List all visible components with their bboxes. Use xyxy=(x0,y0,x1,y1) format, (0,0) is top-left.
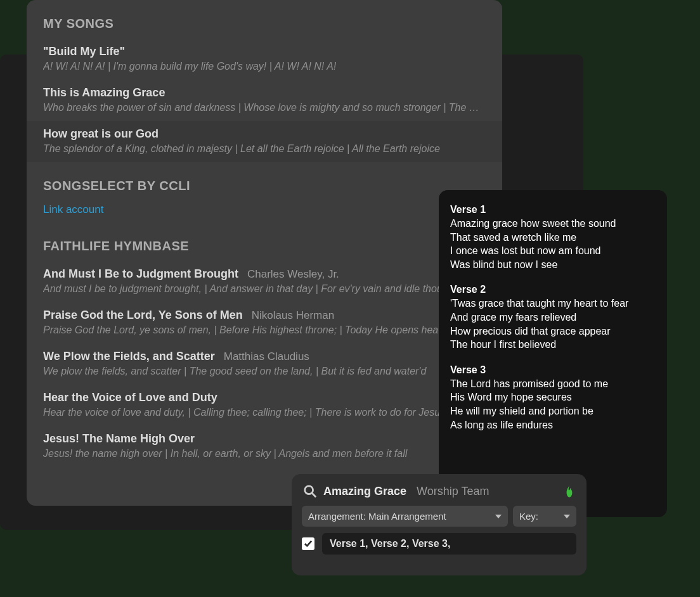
arrangement-dropdown[interactable]: Arrangement: Main Arrangement xyxy=(302,506,508,527)
song-title: How great is our God xyxy=(43,127,159,141)
song-snippet: Hear the voice of love and duty, | Calli… xyxy=(43,407,486,418)
verse-line: 'Twas grace that taught my heart to fear xyxy=(450,297,656,311)
lyrics-panel: Verse 1 Amazing grace how sweet the soun… xyxy=(439,190,667,517)
verse-line: How precious did that grace appear xyxy=(450,324,656,338)
verse-checkbox[interactable] xyxy=(302,537,314,550)
verse-line: Amazing grace how sweet the sound xyxy=(450,217,656,231)
verse-heading: Verse 2 xyxy=(450,284,656,295)
verse-select-row: Verse 1, Verse 2, Verse 3, xyxy=(299,533,579,555)
song-title: We Plow the Fields, and Scatter xyxy=(43,350,215,363)
verse-block: Verse 1 Amazing grace how sweet the soun… xyxy=(450,204,656,271)
song-snippet: Praise God the Lord, ye sons of men, | B… xyxy=(43,324,486,336)
verse-line: The hour I first believed xyxy=(450,338,656,352)
song-snippet: A! W! A! N! A! | I'm gonna build my life… xyxy=(43,61,486,72)
verse-line: Was blind but now I see xyxy=(450,258,656,272)
songselect-header: SONGSELECT BY CCLI xyxy=(27,162,502,201)
song-row[interactable]: We Plow the Fields, and Scatter Matthias… xyxy=(27,343,502,385)
chevron-down-icon xyxy=(564,515,570,518)
search-icon[interactable] xyxy=(303,484,317,498)
song-title: Hear the Voice of Love and Duty xyxy=(43,391,217,404)
song-snippet: We plow the fields, and scatter | The go… xyxy=(43,366,486,377)
song-author: Charles Wesley, Jr. xyxy=(247,268,339,281)
flame-icon xyxy=(564,484,575,498)
song-snippet: And must I be to judgment brought, | And… xyxy=(43,283,486,295)
song-title: Praise God the Lord, Ye Sons of Men xyxy=(43,309,243,322)
song-snippet: Who breaks the power of sin and darkness… xyxy=(43,102,486,113)
svg-line-1 xyxy=(312,493,316,497)
search-subtitle: Worship Team xyxy=(417,485,489,498)
my-songs-header: MY SONGS xyxy=(27,0,502,39)
verse-block: Verse 3 The Lord has promised good to me… xyxy=(450,364,656,432)
search-panel: Amazing Grace Worship Team Arrangement: … xyxy=(292,474,587,575)
verse-line: As long as life endures xyxy=(450,418,656,432)
song-list-panel: MY SONGS "Build My Life" A! W! A! N! A! … xyxy=(27,0,502,506)
song-row[interactable]: Hear the Voice of Love and Duty Hear the… xyxy=(27,385,502,426)
verse-line: And grace my fears relieved xyxy=(450,311,656,324)
verse-block: Verse 2 'Twas grace that taught my heart… xyxy=(450,284,656,351)
verse-line: His Word my hope secures xyxy=(450,390,656,404)
song-row[interactable]: Jesus! The Name High Over Jesus! the nam… xyxy=(27,426,502,467)
verse-line: He will my shield and portion be xyxy=(450,404,656,418)
verse-selection-input[interactable]: Verse 1, Verse 2, Verse 3, xyxy=(322,533,576,555)
verse-line: I once was lost but now am found xyxy=(450,244,656,258)
song-snippet: The splendor of a King, clothed in majes… xyxy=(43,143,486,155)
key-dropdown[interactable]: Key: xyxy=(513,506,576,527)
song-title: Jesus! The Name High Over xyxy=(43,432,195,446)
song-row[interactable]: "Build My Life" A! W! A! N! A! | I'm gon… xyxy=(27,39,502,80)
verse-heading: Verse 1 xyxy=(450,204,656,215)
search-header-row: Amazing Grace Worship Team xyxy=(299,483,579,506)
svg-point-0 xyxy=(305,486,313,494)
song-row[interactable]: And Must I Be to Judgment Brought Charle… xyxy=(27,261,502,302)
verse-heading: Verse 3 xyxy=(450,364,656,376)
key-label: Key: xyxy=(519,511,538,522)
song-author: Matthias Claudius xyxy=(224,350,309,363)
song-row[interactable]: Praise God the Lord, Ye Sons of Men Niko… xyxy=(27,302,502,343)
song-author: Nikolaus Herman xyxy=(252,309,334,322)
check-icon xyxy=(304,540,313,548)
song-snippet: Jesus! the name high over | In hell, or … xyxy=(43,448,486,459)
arrangement-label: Arrangement: Main Arrangement xyxy=(308,511,446,522)
song-row[interactable]: How great is our God The splendor of a K… xyxy=(27,121,502,162)
search-title: Amazing Grace xyxy=(323,485,406,498)
dropdown-row: Arrangement: Main Arrangement Key: xyxy=(299,506,579,527)
verse-line: The Lord has promised good to me xyxy=(450,377,656,391)
hymnbase-header: FAITHLIFE HYMNBASE xyxy=(27,222,502,261)
link-account-link[interactable]: Link account xyxy=(27,201,502,222)
song-title: This is Amazing Grace xyxy=(43,86,165,100)
song-row[interactable]: This is Amazing Grace Who breaks the pow… xyxy=(27,80,502,121)
verse-line: That saved a wretch like me xyxy=(450,231,656,245)
chevron-down-icon xyxy=(495,515,502,518)
song-title: "Build My Life" xyxy=(43,45,125,58)
song-title: And Must I Be to Judgment Brought xyxy=(43,267,238,281)
